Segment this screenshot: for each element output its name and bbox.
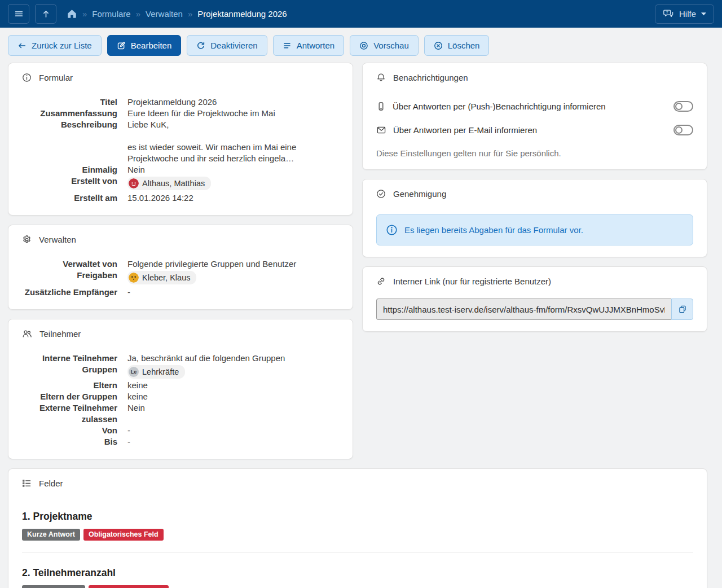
creator-user-pill[interactable]: Althaus, Matthias <box>127 177 211 190</box>
einmalig-label: Einmalig <box>22 164 127 175</box>
field-heading: 2. Teilnehmeranzahl <box>22 567 693 579</box>
verwaltet-von-label: Verwaltet von <box>22 258 127 270</box>
externe-teilnehmer-value: Nein <box>127 402 339 425</box>
titel-value: Projektanmeldung 2026 <box>127 96 339 108</box>
beschreibung-line-2: es ist wieder soweit. Wir machen im Mai … <box>127 142 339 164</box>
sidebar-menu-button[interactable] <box>8 4 29 24</box>
freigaben-label: Freigaben <box>22 270 127 287</box>
creator-user-name: Althaus, Matthias <box>142 178 205 189</box>
zusaetzliche-empfaenger-value: - <box>127 287 339 298</box>
notification-note: Diese Einstellungen gelten nur für Sie p… <box>376 148 693 158</box>
copy-icon <box>678 305 687 314</box>
people-icon <box>22 329 32 339</box>
freigaben-user-name: Kleber, Klaus <box>142 272 190 283</box>
breadcrumb-current-page: Projektanmeldung 2026 <box>197 9 287 19</box>
interner-link-card: Interner Link (nur für registrierte Benu… <box>362 266 707 332</box>
back-to-list-button[interactable]: Zurück zur Liste <box>8 35 102 56</box>
breadcrumb-separator: » <box>188 9 192 19</box>
edit-button-label: Bearbeiten <box>131 41 172 50</box>
caret-down-icon <box>701 12 706 16</box>
info-alert-text: Es liegen bereits Abgaben für das Formul… <box>404 225 583 235</box>
von-label: Von <box>22 425 127 436</box>
eltern-der-gruppen-label: Eltern der Gruppen <box>22 391 127 402</box>
teilnehmer-card-title: Teilnehmer <box>39 329 81 339</box>
email-notification-toggle[interactable] <box>673 125 693 135</box>
interner-link-card-title: Interner Link (nur für registrierte Benu… <box>393 277 551 286</box>
back-to-list-label: Zurück zur Liste <box>32 41 92 50</box>
answers-button[interactable]: Antworten <box>273 35 345 56</box>
delete-button-label: Löschen <box>448 41 480 50</box>
freigaben-user-pill[interactable]: Kleber, Klaus <box>127 271 196 284</box>
link-icon <box>376 277 386 286</box>
field-divider <box>22 552 693 552</box>
erstellt-am-value: 15.01.2026 14:22 <box>127 192 339 204</box>
info-circle-icon <box>22 73 32 82</box>
gear-icon <box>22 235 32 244</box>
felder-card: Felder 1. Projektname Kurze Antwort Obli… <box>8 468 707 588</box>
push-notification-label: Über Antworten per (Push-)Benachrichtigu… <box>393 102 667 111</box>
hamburger-icon <box>14 9 24 19</box>
avatar <box>129 178 139 188</box>
list-lines-icon <box>283 41 292 50</box>
beschreibung-value: Liebe KuK, es ist wieder soweit. Wir mac… <box>127 119 339 164</box>
verwalten-card-title: Verwalten <box>39 235 76 244</box>
eltern-label: Eltern <box>22 380 127 391</box>
arrow-up-icon <box>41 9 51 19</box>
verwalten-card: Verwalten Verwaltet von Folgende privile… <box>8 225 353 310</box>
deactivate-button-label: Deaktivieren <box>210 41 257 50</box>
zusammenfassung-label: Zusammenfassung <box>22 108 127 119</box>
pencil-square-icon <box>117 41 126 50</box>
group-name: Lehrkräfte <box>142 366 179 378</box>
benachrichtigungen-card-title: Benachrichtigungen <box>393 73 468 82</box>
x-circle-icon <box>434 41 443 50</box>
field-type-badge: Einfachauswahl <box>22 585 85 588</box>
answers-button-label: Antworten <box>297 41 335 50</box>
zusaetzliche-empfaenger-label: Zusätzliche Empfänger <box>22 287 127 298</box>
delete-button[interactable]: Löschen <box>424 35 490 56</box>
check-circle-icon <box>376 189 386 199</box>
breadcrumb-separator: » <box>82 9 87 19</box>
info-circle-icon <box>386 224 398 236</box>
scroll-top-button[interactable] <box>35 4 56 24</box>
avatar <box>129 273 139 283</box>
breadcrumb-link-verwalten[interactable]: Verwalten <box>146 9 183 19</box>
list-icon <box>22 479 32 488</box>
field-item: 2. Teilnehmeranzahl Einfachauswahl Oblig… <box>22 567 693 588</box>
genehmigung-card: Genehmigung Es liegen bereits Abgaben fü… <box>362 179 707 257</box>
breadcrumb-separator: » <box>136 9 140 19</box>
benachrichtigungen-card: Benachrichtigungen Über Antworten per (P… <box>362 63 707 170</box>
erstellt-am-label: Erstellt am <box>22 192 127 204</box>
preview-target-icon <box>359 41 368 50</box>
einmalig-value: Nein <box>127 164 339 175</box>
breadcrumb: » Formulare » Verwalten » Projektanmeldu… <box>67 8 287 19</box>
arrow-left-icon <box>17 41 27 50</box>
breadcrumb-link-formulare[interactable]: Formulare <box>92 9 130 19</box>
svg-text:?: ? <box>666 10 668 14</box>
interne-teilnehmer-label: Interne Teilnehmer <box>22 353 127 364</box>
field-heading: 1. Projektname <box>22 511 693 523</box>
link-input-group <box>376 299 693 320</box>
help-chat-icon: ? <box>663 9 674 19</box>
deactivate-button[interactable]: Deaktivieren <box>187 35 267 56</box>
erstellt-von-label: Erstellt von <box>22 175 127 192</box>
group-initials-badge: Le <box>129 367 139 377</box>
verwaltet-von-value: Folgende privilegierte Gruppen und Benut… <box>127 258 339 270</box>
home-icon[interactable] <box>67 8 77 19</box>
edit-button[interactable]: Bearbeiten <box>107 35 182 56</box>
formular-card: Formular Titel Projektanmeldung 2026 Zus… <box>8 63 353 216</box>
push-notification-toggle[interactable] <box>673 101 693 112</box>
internal-link-input[interactable] <box>376 299 671 320</box>
beschreibung-label: Beschreibung <box>22 119 127 164</box>
bis-label: Bis <box>22 436 127 447</box>
bell-icon <box>376 73 386 82</box>
copy-link-button[interactable] <box>671 299 693 320</box>
preview-button[interactable]: Vorschau <box>350 35 419 56</box>
help-button[interactable]: ? Hilfe <box>655 5 714 24</box>
group-pill[interactable]: Le Lehrkräfte <box>127 365 185 379</box>
felder-card-title: Felder <box>39 479 63 488</box>
teilnehmer-card: Teilnehmer Interne Teilnehmer Ja, beschr… <box>8 319 353 459</box>
preview-button-label: Vorschau <box>373 41 409 50</box>
eltern-value: keine <box>127 380 339 391</box>
info-alert: Es liegen bereits Abgaben für das Formul… <box>376 214 693 245</box>
help-button-label: Hilfe <box>679 9 696 19</box>
